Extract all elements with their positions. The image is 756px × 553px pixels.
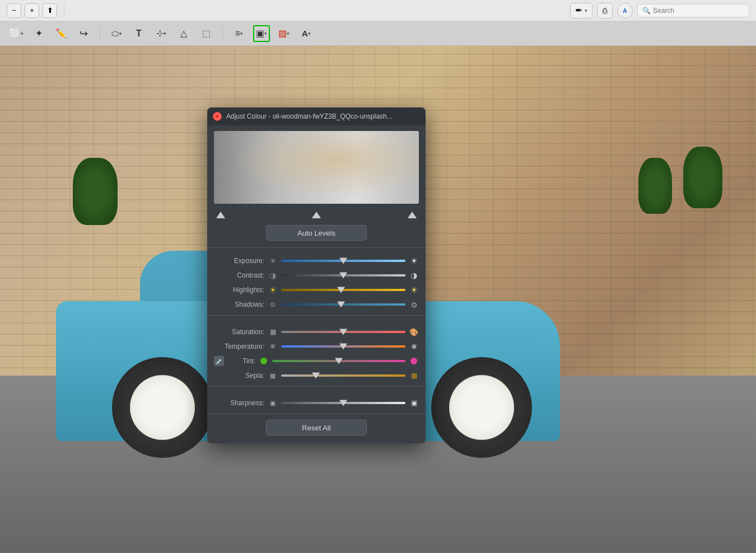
canvas-area: ✕ Adjust Colour - oli-woodman-fwYZ3B_QQc… — [0, 46, 756, 553]
highlights-thumb[interactable] — [337, 287, 345, 293]
shadows-track — [281, 303, 405, 306]
sepia-slider[interactable] — [281, 371, 405, 380]
shadows-thumb[interactable] — [337, 302, 345, 308]
window-controls: − + ⬆ — [7, 3, 57, 18]
highlights-slider[interactable] — [281, 285, 405, 294]
level-black-point[interactable] — [216, 212, 225, 218]
shadows-left-icon: ⊙ — [268, 299, 278, 310]
panel-titlebar: ✕ Adjust Colour - oli-woodman-fwYZ3B_QQc… — [207, 107, 426, 125]
highlights-track — [281, 289, 405, 291]
search-input[interactable] — [653, 7, 737, 15]
reset-all-button[interactable]: Reset All — [266, 420, 367, 435]
histogram-gradient — [214, 131, 419, 204]
background-bush-right — [683, 147, 722, 208]
toolbar: ⬜ ▾ ✦ ✏️ ↪ ⬭ ▾ T ⊹ ▾ △ ⬚ ≡ ▾ ▣ ▾ ▨ ▾ A — [0, 21, 756, 46]
panel-close-button[interactable]: ✕ — [213, 112, 222, 121]
saturation-left-icon: ▦ — [268, 327, 278, 337]
exposure-slider[interactable] — [281, 256, 405, 265]
sharpness-thumb[interactable] — [339, 400, 347, 406]
border-style-button[interactable]: ▣ ▾ — [253, 25, 270, 42]
text-tool-button[interactable]: T — [130, 25, 147, 42]
fill-style-button[interactable]: ▨ ▾ — [276, 25, 292, 42]
temperature-cold-icon: ❄ — [270, 343, 276, 350]
tint-thumb[interactable] — [335, 358, 343, 364]
font-chevron: ▾ — [308, 31, 311, 36]
pen-draw-button[interactable]: ✏️ — [53, 25, 69, 42]
shape-icon: ⬭ — [111, 29, 119, 39]
mountain-tool-button[interactable]: △ — [175, 25, 192, 42]
temperature-left-icon: ❄ — [268, 341, 278, 352]
zoom-out-button[interactable]: − — [7, 3, 21, 18]
level-mid-point[interactable] — [312, 212, 321, 218]
bezier-button[interactable]: ↪ — [75, 25, 92, 42]
saturation-right-icon: 🎨 — [409, 327, 419, 337]
auto-levels-button[interactable]: Auto Levels — [266, 225, 367, 241]
saturation-thumb[interactable] — [339, 329, 347, 335]
saturation-track — [281, 331, 405, 333]
temperature-thumb[interactable] — [339, 344, 347, 350]
temperature-track — [281, 345, 405, 348]
highlights-bright-icon: ☀ — [410, 285, 418, 294]
exposure-right-icon: ☀ — [409, 256, 419, 266]
tint-label: Tint: — [227, 357, 255, 365]
saturation-slider[interactable] — [281, 327, 405, 336]
slice-tool-button[interactable]: ⬚ — [198, 25, 214, 42]
exposure-left-icon: ☀ — [268, 256, 278, 266]
fill-chevron: ▾ — [287, 31, 290, 36]
share-window-button[interactable]: ⬆ — [43, 3, 57, 18]
astro-label: A — [623, 7, 627, 14]
divider-2 — [207, 315, 426, 316]
zoom-in-button[interactable]: + — [25, 3, 39, 18]
font-tool-button[interactable]: A ▾ — [298, 25, 315, 42]
sharpness-high-icon: ▣ — [411, 399, 417, 407]
exposure-bright-icon: ☀ — [410, 256, 418, 265]
highlights-dim-icon: ☀ — [269, 285, 277, 294]
panel-title: Adjust Colour - oli-woodman-fwYZ3B_QQco-… — [226, 113, 420, 120]
magic-wand-button[interactable]: ✦ — [30, 25, 47, 42]
tint-pink-icon — [410, 358, 417, 364]
pen-tool-group[interactable]: ✒ ▾ — [570, 3, 592, 18]
sharpness-low-icon: ▣ — [270, 400, 276, 407]
text-icon: T — [136, 29, 142, 39]
contrast-thumb[interactable] — [339, 273, 347, 279]
pen-chevron-icon: ▾ — [585, 8, 587, 13]
align-chevron: ▾ — [240, 31, 243, 36]
export-button[interactable]: ⎙ — [597, 3, 613, 18]
adjust-colour-panel: ✕ Adjust Colour - oli-woodman-fwYZ3B_QQc… — [207, 107, 426, 443]
contrast-high-icon: ◑ — [410, 271, 417, 280]
exposure-dim-icon: ☀ — [269, 256, 277, 265]
fill-style-icon: ▨ — [278, 28, 287, 39]
align-icon: ≡ — [235, 29, 240, 39]
share-icon: ⬆ — [47, 6, 53, 15]
saturation-low-icon: ▦ — [270, 328, 276, 336]
sharpness-left-icon: ▣ — [268, 398, 278, 408]
tint-green-icon — [260, 358, 267, 364]
sepia-thumb[interactable] — [312, 373, 320, 379]
exposure-track — [281, 260, 405, 262]
select-tool-button[interactable]: ⬜ ▾ — [8, 25, 25, 42]
select-icon: ⬜ — [10, 28, 21, 39]
tint-slider[interactable] — [272, 357, 405, 365]
contrast-right-icon: ◑ — [409, 270, 419, 280]
sharpness-slider[interactable] — [281, 399, 405, 407]
search-bar[interactable]: 🔍 — [637, 4, 749, 17]
shape-tool-button[interactable]: ⬭ ▾ — [108, 25, 125, 42]
toolbar-sep-2 — [222, 26, 223, 41]
contrast-label: Contrast: — [214, 271, 264, 279]
shadows-slider[interactable] — [281, 300, 405, 309]
exposure-thumb[interactable] — [339, 258, 347, 264]
titlebar-right: ✒ ▾ ⎙ A 🔍 — [570, 3, 749, 18]
temperature-right-icon: ❄ — [409, 341, 419, 352]
align-tool-button[interactable]: ≡ ▾ — [231, 25, 248, 42]
contrast-slider[interactable] — [281, 271, 405, 280]
eyedropper-icon: 💉 — [216, 358, 222, 364]
select-group: ⬜ ▾ — [8, 25, 25, 42]
sepia-label: Sepia: — [214, 372, 264, 379]
node-tool-button[interactable]: ⊹ ▾ — [153, 25, 170, 42]
tint-eyedropper-button[interactable]: 💉 — [214, 356, 224, 366]
astro-button[interactable]: A — [617, 3, 633, 18]
temperature-slider[interactable] — [281, 342, 405, 351]
sharpness-label: Sharpness: — [214, 399, 264, 407]
level-white-point[interactable] — [408, 212, 417, 218]
highlights-label: Highlights: — [214, 286, 264, 294]
